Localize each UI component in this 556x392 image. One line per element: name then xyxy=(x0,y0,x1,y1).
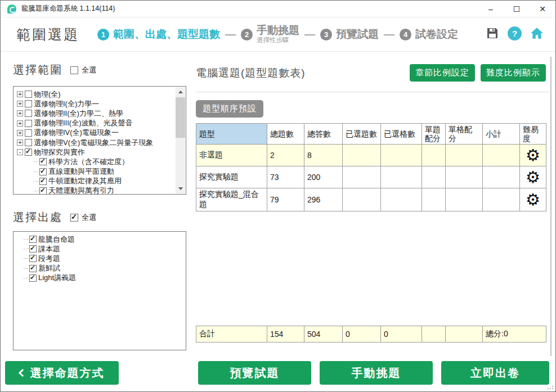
cell-points-per-question xyxy=(422,166,446,188)
scrollbar-thumb[interactable] xyxy=(176,97,185,138)
tree-item[interactable]: + 選修物理V(全)電磁現象二與量子現象 xyxy=(17,138,175,147)
tree-connector xyxy=(34,191,39,191)
expand-icon[interactable]: + xyxy=(17,130,23,136)
cell-points-per-cell xyxy=(446,145,483,166)
difficulty-gear-icon[interactable]: ⚙ xyxy=(526,190,540,209)
panel-divider xyxy=(196,92,549,92)
tree-item[interactable]: + 選修物理III(全)波動、光及聲音 xyxy=(17,119,175,128)
tree-item[interactable]: + 選修物理IV(全)電磁現象一 xyxy=(17,128,175,138)
expand-icon[interactable]: + xyxy=(17,110,23,116)
totals-score: 總分:0 xyxy=(483,326,546,343)
tree-item[interactable]: 直線運動與平面運動 xyxy=(17,167,175,177)
help-icon[interactable]: ? xyxy=(508,26,522,40)
tree-checkbox[interactable] xyxy=(39,187,47,195)
totals-selected-questions: 0 xyxy=(343,326,381,343)
step-1-circle: 1 xyxy=(97,29,109,40)
cell-total-answers: 296 xyxy=(304,188,343,211)
tree-checkbox[interactable] xyxy=(39,178,47,185)
source-checkbox[interactable] xyxy=(29,255,37,262)
source-list-box: 龍騰自命題 課本題 段考題 新鮮試 Light講義題 xyxy=(13,231,186,350)
col-header-selected-questions: 已選題數 xyxy=(343,124,381,145)
difficulty-gear-icon[interactable]: ⚙ xyxy=(526,168,540,187)
tree-checkbox[interactable] xyxy=(25,100,32,107)
tree-connector xyxy=(34,181,39,182)
step-2: 2 手動挑題 選擇性步驟 xyxy=(241,25,299,44)
tree-checkbox[interactable] xyxy=(39,158,47,165)
resize-grip[interactable] xyxy=(549,385,553,389)
step-3: 3 預覽試題 xyxy=(320,29,379,40)
app-window: 龍騰題庫命題系統 1.1.14(114) – ☐ ✕ 範圍選題 1 範圍、出處、… xyxy=(0,0,556,392)
tree-item[interactable]: + 選修物理I(全)力學一 xyxy=(17,99,175,109)
tree-connector xyxy=(34,172,39,172)
scroll-up-icon[interactable] xyxy=(176,87,185,97)
totals-selected-cells: 0 xyxy=(381,326,422,343)
table-row: 探究實驗題 73 200 ⚙ xyxy=(196,166,546,188)
tree-item[interactable]: 科學方法（含不確定度） xyxy=(17,157,175,166)
generate-exam-button[interactable]: 立即出卷 xyxy=(441,361,549,385)
source-checkbox[interactable] xyxy=(29,265,37,272)
source-item[interactable]: Light講義題 xyxy=(17,273,185,283)
question-order-preset-button[interactable]: 題型順序預設 xyxy=(196,100,263,118)
chapter-ratio-button[interactable]: 章節比例設定 xyxy=(410,64,475,82)
manual-pick-button[interactable]: 手動挑題 xyxy=(320,361,433,385)
tree-checkbox[interactable] xyxy=(39,168,47,175)
expand-icon[interactable]: + xyxy=(17,91,23,97)
source-item[interactable]: 龍騰自命題 xyxy=(17,235,185,244)
tree-checkbox[interactable] xyxy=(25,129,32,137)
cell-points-per-question xyxy=(422,188,446,211)
tree-item[interactable]: + 選修物理II(全)力學二、熱學 xyxy=(17,109,175,118)
cell-selected-cells xyxy=(381,145,422,166)
step-dash: — xyxy=(225,28,236,40)
tree-checkbox[interactable] xyxy=(25,148,32,156)
col-header-difficulty: 難易度 xyxy=(520,124,546,145)
source-select-all-checkbox[interactable] xyxy=(70,214,78,222)
source-item[interactable]: 新鮮試 xyxy=(17,264,185,273)
table-row: 探究實驗題_混合題 79 296 ⚙ xyxy=(196,188,546,211)
expand-icon[interactable]: + xyxy=(17,139,23,146)
close-button[interactable]: ✕ xyxy=(530,1,555,17)
scroll-down-icon[interactable] xyxy=(176,184,185,193)
panel-scrollbar-track[interactable] xyxy=(550,57,551,356)
tree-item[interactable]: 牛頓運動定律及其應用 xyxy=(17,177,175,186)
col-header-points-per-question: 單題配分 xyxy=(422,124,446,145)
scope-select-all-checkbox[interactable] xyxy=(70,66,78,74)
source-checkbox[interactable] xyxy=(29,274,37,282)
source-item[interactable]: 段考題 xyxy=(17,254,185,263)
source-checkbox[interactable] xyxy=(29,236,37,243)
cell-total-questions: 79 xyxy=(267,188,304,211)
difficulty-gear-icon[interactable]: ⚙ xyxy=(526,146,540,165)
tree-checkbox[interactable] xyxy=(25,139,32,146)
expand-icon[interactable]: + xyxy=(17,120,23,127)
preview-questions-button[interactable]: 預覽試題 xyxy=(198,361,311,385)
titlebar: 龍騰題庫命題系統 1.1.14(114) – ☐ ✕ xyxy=(1,1,555,17)
step-4: 4 試卷設定 xyxy=(400,29,458,40)
tree-checkbox[interactable] xyxy=(25,110,32,117)
expand-icon[interactable]: + xyxy=(17,101,23,107)
step-indicator: 1 範圍、出處、題型題數 — 2 手動挑題 選擇性步驟 — 3 預覽試題 — 4… xyxy=(97,17,458,51)
step-3-label: 預覽試題 xyxy=(336,29,379,40)
tree-item[interactable]: 天體運動與萬有引力 xyxy=(17,186,175,195)
step-dash: — xyxy=(384,28,394,40)
maximize-button[interactable]: ☐ xyxy=(504,1,530,17)
tree-checkbox[interactable] xyxy=(25,120,32,127)
tree-checkbox[interactable] xyxy=(25,91,32,98)
cell-points-per-cell xyxy=(446,166,483,188)
home-icon[interactable] xyxy=(530,26,544,40)
totals-points-per-question xyxy=(422,326,446,343)
tree-connector xyxy=(34,161,39,162)
collapse-icon[interactable]: - xyxy=(17,149,23,155)
back-to-mode-button[interactable]: 選擇命題方式 xyxy=(5,361,119,385)
save-icon[interactable] xyxy=(485,26,500,40)
tree-item[interactable]: + 物理(全) xyxy=(17,89,175,99)
tree-item[interactable]: - 物理探究與實作 xyxy=(17,147,175,157)
cell-selected-questions xyxy=(343,188,381,211)
difficulty-ratio-button[interactable]: 難度比例顯示 xyxy=(481,64,546,82)
step-2-label: 手動挑題 xyxy=(257,25,299,37)
cell-type: 非選題 xyxy=(196,145,267,166)
cell-type: 探究實驗題 xyxy=(196,166,267,188)
source-checkbox[interactable] xyxy=(29,245,37,253)
source-item[interactable]: 課本題 xyxy=(17,244,185,254)
tree-scrollbar[interactable] xyxy=(176,87,185,193)
minimize-button[interactable]: – xyxy=(478,1,504,17)
page-header: 範圍選題 1 範圍、出處、題型題數 — 2 手動挑題 選擇性步驟 — 3 預覽試… xyxy=(1,17,555,51)
